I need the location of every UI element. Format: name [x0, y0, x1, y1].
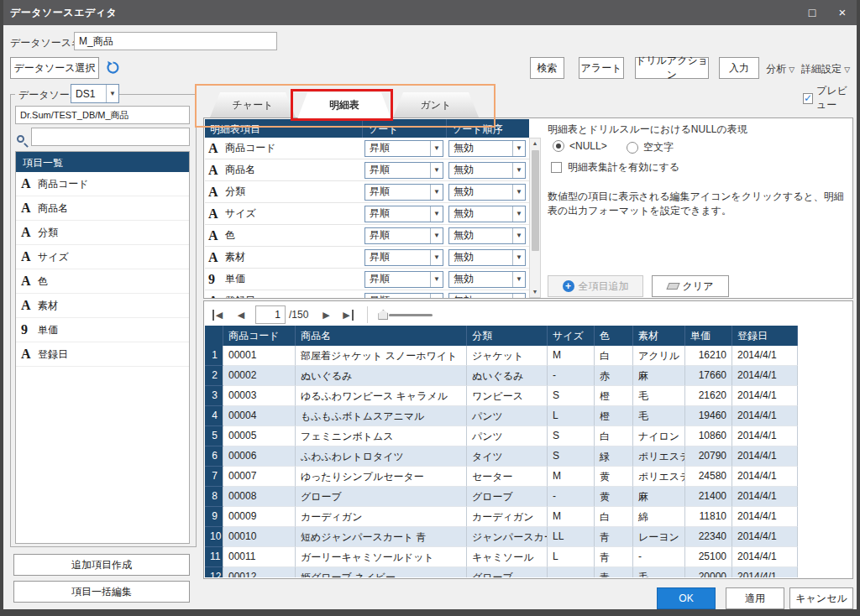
- table-row[interactable]: 3 00003ゆるふわワンピース キャラメルワンピースS橙毛216202014/…: [205, 386, 798, 406]
- sort-order-combo[interactable]: 無効 ▼: [448, 227, 526, 244]
- sort-order-combo[interactable]: 無効 ▼: [448, 249, 526, 266]
- datasource-select-button[interactable]: データソース選択: [10, 57, 99, 79]
- sort-direction-combo[interactable]: 昇順 ▼: [364, 249, 443, 266]
- sort-table-row[interactable]: A 素材 昇順 ▼ 無効 ▼: [205, 247, 529, 269]
- radio-null-icon[interactable]: [553, 140, 564, 152]
- sort-direction-combo[interactable]: 昇順 ▼: [364, 184, 443, 201]
- sort-direction-combo[interactable]: 昇順 ▼: [364, 162, 443, 179]
- field-list-item[interactable]: A サイズ: [16, 245, 189, 269]
- field-list-item[interactable]: A 商品名: [16, 196, 189, 221]
- table-row[interactable]: 4 00004もふもふボトムスアニマルパンツL橙毛194602014/4/1: [205, 406, 798, 426]
- table-row[interactable]: 12 00012姫グローブ ネイビーグローブ青毛200002014/4/1: [205, 567, 798, 577]
- add-field-button[interactable]: 追加項目作成: [13, 554, 190, 576]
- subtotal-checkbox[interactable]: [551, 162, 562, 173]
- table-row[interactable]: 5 00005フェミニンボトムスパンツS白ナイロン108602014/4/1: [205, 426, 798, 446]
- field-list-item[interactable]: A 素材: [16, 294, 189, 318]
- table-row[interactable]: 6 00006ふわふわレトロタイツタイツS緑ポリエステル207902014/4/…: [205, 446, 798, 467]
- sort-table-scrollbar[interactable]: ▲ ▼: [529, 138, 541, 298]
- sort-direction-combo[interactable]: 昇順 ▼: [364, 293, 443, 299]
- tab-gantt[interactable]: ガント: [393, 92, 479, 117]
- last-page-icon[interactable]: ▶: [338, 306, 357, 323]
- field-list-item[interactable]: 9 単価: [16, 318, 189, 342]
- grid-cell: もふもふボトムスアニマル: [296, 406, 467, 426]
- sort-order-combo[interactable]: 無効 ▼: [448, 271, 526, 288]
- table-row[interactable]: 9 00009カーディガンカーディガンM白綿118102014/4/1: [205, 507, 798, 527]
- field-search-input[interactable]: [31, 128, 190, 146]
- datasource-name-input[interactable]: [74, 32, 277, 50]
- search-button[interactable]: 検索: [530, 57, 564, 79]
- first-page-icon[interactable]: ◀: [208, 306, 227, 323]
- sort-table-row[interactable]: A 色 昇順 ▼ 無効 ▼: [205, 225, 529, 247]
- next-page-icon[interactable]: ▶: [317, 306, 335, 323]
- radio-empty-icon[interactable]: [627, 142, 638, 154]
- close-icon[interactable]: ×: [828, 0, 857, 25]
- scroll-up-icon[interactable]: ▲: [532, 138, 538, 149]
- table-row[interactable]: 2 00002ぬいぐるみぬいぐるみ-赤麻176602014/4/1: [205, 366, 798, 386]
- scroll-down-icon[interactable]: ▼: [532, 287, 538, 297]
- bulk-edit-button[interactable]: 項目一括編集: [13, 581, 190, 603]
- field-list-header: 項目一覧: [16, 152, 189, 172]
- alert-button[interactable]: アラート: [579, 57, 624, 79]
- sort-order-combo[interactable]: 無効 ▼: [448, 140, 526, 157]
- sort-table-row[interactable]: 9 単価 昇順 ▼ 無効 ▼: [205, 269, 529, 290]
- prev-page-icon[interactable]: ◀: [232, 306, 250, 323]
- table-row[interactable]: 1 00001部屋着ジャケット スノーホワイトジャケットM白アクリル162102…: [205, 346, 798, 366]
- sort-order-combo[interactable]: 無効 ▼: [448, 162, 526, 179]
- sort-table-row[interactable]: A 商品名 昇順 ▼ 無効 ▼: [205, 159, 529, 181]
- field-label: 素材: [38, 299, 58, 313]
- input-button[interactable]: 入力: [719, 57, 759, 79]
- sort-table-row[interactable]: A 分類 昇順 ▼ 無効 ▼: [205, 181, 529, 203]
- grid-cell: 綿: [633, 507, 685, 527]
- add-all-fields-button[interactable]: + 全項目追加: [548, 275, 643, 297]
- sort-direction-value: 昇順: [365, 249, 430, 265]
- preview-toggle[interactable]: ✓ プレビュー: [803, 84, 857, 112]
- subtotal-toggle[interactable]: 明細表集計を有効にする: [551, 160, 679, 175]
- field-list-item[interactable]: A 商品コード: [16, 172, 189, 196]
- row-number-cell: 8: [205, 487, 223, 507]
- clear-button[interactable]: クリア: [652, 275, 729, 297]
- grid-cell: 2014/4/1: [732, 487, 798, 507]
- analysis-label: 分析: [766, 63, 786, 75]
- tab-chart[interactable]: チャート: [210, 92, 296, 117]
- drill-action-button[interactable]: ドリルアクション: [635, 57, 709, 79]
- radio-null-option[interactable]: <NULL>: [553, 140, 607, 152]
- page-number-input[interactable]: [255, 305, 286, 324]
- sort-order-combo[interactable]: 無効 ▼: [448, 293, 526, 299]
- tab-detail-table[interactable]: 明細表: [297, 92, 391, 119]
- scrollbar-thumb[interactable]: [532, 150, 539, 251]
- sort-direction-combo[interactable]: 昇順 ▼: [364, 206, 443, 222]
- ok-button[interactable]: OK: [657, 587, 716, 609]
- sort-field-label: 素材: [225, 250, 245, 264]
- field-list-item[interactable]: A 登録日: [16, 342, 189, 367]
- page-slider-thumb[interactable]: [378, 310, 388, 320]
- sort-table-row[interactable]: A 登録日 昇順 ▼ 無効 ▼: [205, 290, 529, 298]
- advanced-settings-dropdown[interactable]: 詳細設定 ▽: [801, 62, 850, 76]
- grid-cell: キャミソール: [467, 547, 548, 567]
- table-row[interactable]: 10 00010短めジャンパースカート 青ジャンパースカートLL青レーヨン223…: [205, 527, 798, 547]
- grid-cell: 短めジャンパースカート 青: [296, 527, 467, 547]
- refresh-icon[interactable]: [106, 60, 120, 78]
- sort-direction-combo[interactable]: 昇順 ▼: [364, 140, 443, 157]
- table-row[interactable]: 7 00007ゆったりシンプルセーターセーターM黄ポリエステル245802014…: [205, 467, 798, 487]
- field-label: 商品コード: [38, 177, 89, 191]
- sort-direction-combo[interactable]: 昇順 ▼: [364, 227, 443, 244]
- grid-cell: 白: [595, 426, 633, 446]
- cancel-button[interactable]: キャンセル: [789, 587, 853, 609]
- sort-order-combo[interactable]: 無効 ▼: [448, 184, 526, 201]
- table-row[interactable]: 11 00011ガーリーキャミソールドットキャミソールL青-251002014/…: [205, 547, 798, 567]
- grid-cell: 00012: [223, 567, 296, 577]
- field-list-item[interactable]: A 分類: [16, 221, 189, 245]
- field-list-item[interactable]: A 色: [16, 269, 189, 294]
- radio-empty-option[interactable]: 空文字: [627, 140, 674, 154]
- datasource-combo[interactable]: DS1 ▼: [71, 84, 119, 103]
- page-slider-track[interactable]: [389, 314, 433, 316]
- sort-direction-combo[interactable]: 昇順 ▼: [364, 271, 443, 288]
- apply-button[interactable]: 適用: [726, 587, 784, 609]
- sort-table-row[interactable]: A 商品コード 昇順 ▼ 無効 ▼: [205, 138, 529, 159]
- maximize-icon[interactable]: □: [798, 0, 826, 25]
- analysis-dropdown[interactable]: 分析 ▽: [766, 62, 794, 76]
- sort-order-combo[interactable]: 無効 ▼: [448, 206, 526, 222]
- sort-table-row[interactable]: A サイズ 昇順 ▼ 無効 ▼: [205, 203, 529, 225]
- table-row[interactable]: 8 00008グローブグローブ-黄麻214002014/4/1: [205, 487, 798, 507]
- preview-checkbox[interactable]: ✓: [803, 93, 813, 104]
